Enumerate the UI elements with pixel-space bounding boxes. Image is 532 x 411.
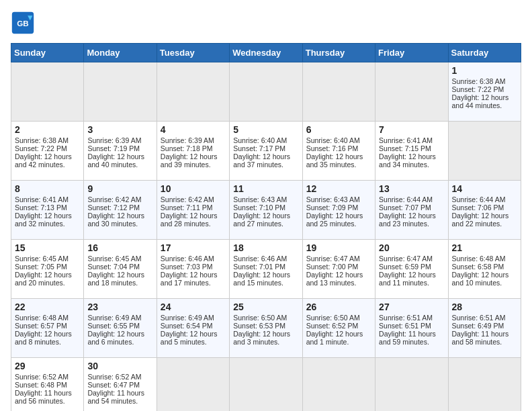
- calendar-week-4: 15Sunrise: 6:45 AMSunset: 7:05 PMDayligh…: [11, 240, 521, 299]
- day-info: Sunset: 6:48 PM: [15, 381, 80, 389]
- day-info: and 23 minutes.: [379, 220, 444, 228]
- day-info: Daylight: 12 hours: [306, 152, 371, 161]
- calendar-cell: [448, 358, 521, 412]
- day-info: and 58 minutes.: [452, 338, 517, 346]
- day-info: and 6 minutes.: [87, 338, 152, 346]
- day-number: 1: [452, 65, 517, 76]
- day-info: Daylight: 11 hours: [452, 330, 517, 338]
- day-info: Sunrise: 6:52 AM: [15, 373, 80, 381]
- calendar-cell: [448, 122, 521, 181]
- calendar-cell: 17Sunrise: 6:46 AMSunset: 7:03 PMDayligh…: [157, 240, 229, 299]
- day-number: 3: [87, 124, 152, 135]
- day-number: 29: [15, 361, 80, 371]
- calendar-cell: [302, 62, 375, 122]
- day-info: Sunset: 7:10 PM: [233, 203, 298, 212]
- day-info: and 40 minutes.: [87, 161, 152, 169]
- day-info: Sunset: 7:00 PM: [306, 263, 371, 271]
- day-info: Sunset: 7:22 PM: [452, 85, 517, 93]
- day-info: and 8 minutes.: [15, 338, 80, 346]
- day-info: Sunrise: 6:51 AM: [379, 314, 444, 322]
- calendar-cell: 20Sunrise: 6:47 AMSunset: 6:59 PMDayligh…: [375, 240, 448, 299]
- day-info: Sunrise: 6:49 AM: [161, 314, 226, 322]
- day-info: Sunset: 7:03 PM: [161, 263, 226, 271]
- day-info: Sunset: 7:07 PM: [379, 203, 444, 212]
- calendar-cell: 21Sunrise: 6:48 AMSunset: 6:58 PMDayligh…: [448, 240, 521, 299]
- day-header-monday: Monday: [84, 44, 157, 62]
- day-info: Sunrise: 6:41 AM: [379, 136, 444, 144]
- day-number: 7: [379, 124, 444, 135]
- day-info: Sunset: 7:11 PM: [161, 203, 226, 212]
- day-info: Sunrise: 6:51 AM: [452, 314, 517, 322]
- day-number: 25: [233, 302, 298, 312]
- day-info: Daylight: 12 hours: [452, 271, 517, 279]
- day-number: 16: [87, 242, 152, 253]
- calendar-cell: [230, 358, 302, 412]
- day-info: Sunset: 6:55 PM: [87, 322, 152, 330]
- calendar-cell: 26Sunrise: 6:50 AMSunset: 6:52 PMDayligh…: [302, 299, 375, 358]
- day-number: 5: [233, 124, 298, 135]
- day-info: Sunrise: 6:52 AM: [87, 373, 152, 381]
- day-info: and 10 minutes.: [452, 279, 517, 287]
- day-info: Daylight: 12 hours: [306, 330, 371, 338]
- day-info: Daylight: 12 hours: [15, 330, 80, 338]
- day-header-wednesday: Wednesday: [230, 44, 302, 62]
- day-info: Sunset: 7:01 PM: [233, 263, 298, 271]
- day-info: and 39 minutes.: [161, 161, 226, 169]
- calendar-week-2: 2Sunrise: 6:38 AMSunset: 7:22 PMDaylight…: [11, 122, 521, 181]
- day-header-thursday: Thursday: [302, 44, 375, 62]
- calendar-cell: 6Sunrise: 6:40 AMSunset: 7:16 PMDaylight…: [302, 122, 375, 181]
- day-info: Sunrise: 6:40 AM: [306, 136, 371, 144]
- day-info: Sunset: 7:09 PM: [306, 203, 371, 212]
- day-info: Daylight: 12 hours: [161, 152, 226, 161]
- day-info: Daylight: 12 hours: [15, 152, 80, 161]
- day-info: Sunset: 7:05 PM: [15, 263, 80, 271]
- calendar-cell: 28Sunrise: 6:51 AMSunset: 6:49 PMDayligh…: [448, 299, 521, 358]
- calendar-cell: 30Sunrise: 6:52 AMSunset: 6:47 PMDayligh…: [84, 358, 157, 412]
- calendar-cell: 15Sunrise: 6:45 AMSunset: 7:05 PMDayligh…: [11, 240, 84, 299]
- day-info: Daylight: 12 hours: [306, 271, 371, 279]
- day-number: 30: [87, 361, 152, 371]
- calendar-cell: 8Sunrise: 6:41 AMSunset: 7:13 PMDaylight…: [11, 181, 84, 240]
- day-info: Sunrise: 6:38 AM: [15, 136, 80, 144]
- day-info: Daylight: 11 hours: [379, 330, 444, 338]
- day-info: Sunrise: 6:45 AM: [15, 255, 80, 263]
- day-number: 6: [306, 124, 371, 135]
- day-number: 4: [161, 124, 226, 135]
- day-info: Sunset: 7:04 PM: [87, 263, 152, 271]
- day-info: Daylight: 12 hours: [233, 212, 298, 220]
- day-info: Sunset: 7:06 PM: [452, 203, 517, 212]
- day-info: Daylight: 11 hours: [87, 389, 152, 397]
- calendar-cell: 5Sunrise: 6:40 AMSunset: 7:17 PMDaylight…: [230, 122, 302, 181]
- day-info: Daylight: 11 hours: [15, 389, 80, 397]
- logo-icon: GB: [11, 11, 35, 35]
- day-info: Sunset: 6:49 PM: [452, 322, 517, 330]
- day-header-sunday: Sunday: [11, 44, 84, 62]
- day-info: Sunset: 6:57 PM: [15, 322, 80, 330]
- calendar-cell: [375, 62, 448, 122]
- day-info: Sunset: 7:22 PM: [15, 144, 80, 152]
- day-number: 28: [452, 302, 517, 312]
- calendar-cell: [230, 62, 302, 122]
- day-info: Sunrise: 6:39 AM: [161, 136, 226, 144]
- day-info: Sunrise: 6:42 AM: [161, 195, 226, 203]
- day-number: 15: [15, 242, 80, 253]
- calendar-cell: 22Sunrise: 6:48 AMSunset: 6:57 PMDayligh…: [11, 299, 84, 358]
- day-info: Sunrise: 6:42 AM: [87, 195, 152, 203]
- calendar-cell: 4Sunrise: 6:39 AMSunset: 7:18 PMDaylight…: [157, 122, 229, 181]
- day-info: Daylight: 12 hours: [452, 212, 517, 220]
- calendar-table: SundayMondayTuesdayWednesdayThursdayFrid…: [11, 43, 521, 411]
- calendar-week-1: 1Sunrise: 6:38 AMSunset: 7:22 PMDaylight…: [11, 62, 521, 122]
- day-number: 26: [306, 302, 371, 312]
- day-info: and 28 minutes.: [161, 220, 226, 228]
- calendar-cell: 29Sunrise: 6:52 AMSunset: 6:48 PMDayligh…: [11, 358, 84, 412]
- day-info: Daylight: 12 hours: [15, 212, 80, 220]
- day-info: Daylight: 12 hours: [452, 93, 517, 101]
- day-info: Sunset: 6:47 PM: [87, 381, 152, 389]
- day-info: Sunrise: 6:45 AM: [87, 255, 152, 263]
- day-info: Sunset: 7:19 PM: [87, 144, 152, 152]
- calendar-cell: [157, 358, 229, 412]
- day-info: and 34 minutes.: [379, 161, 444, 169]
- day-info: Sunset: 6:54 PM: [161, 322, 226, 330]
- day-number: 8: [15, 183, 80, 194]
- day-info: Sunrise: 6:41 AM: [15, 195, 80, 203]
